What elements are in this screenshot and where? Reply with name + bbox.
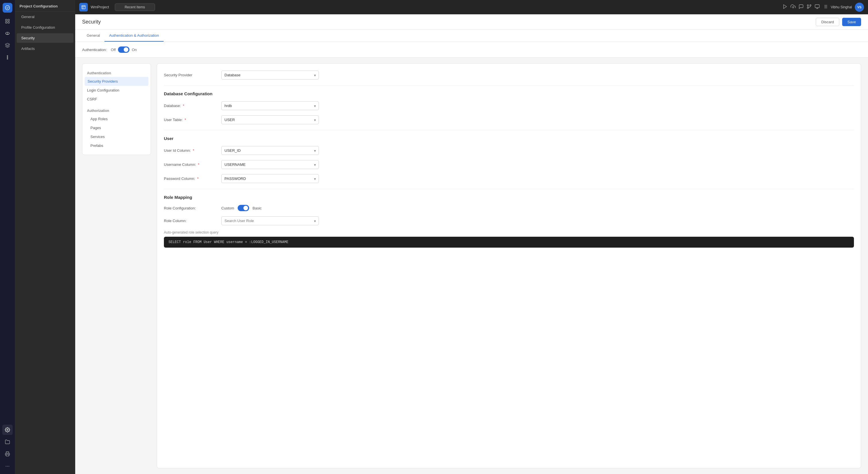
nav-item-security-providers[interactable]: Security Providers: [85, 77, 148, 86]
divider-1: [164, 85, 854, 86]
left-nav-panel: Authentication Security Providers Login …: [82, 63, 151, 155]
svg-point-9: [7, 59, 8, 59]
comment-icon[interactable]: [799, 4, 804, 10]
svg-point-19: [810, 5, 811, 6]
user-table-label: User Table: *: [164, 118, 221, 122]
printer-icon-btn[interactable]: [2, 449, 12, 459]
header-actions: Discard Save: [816, 18, 861, 26]
svg-point-17: [807, 7, 809, 9]
user-table-row: User Table: * USER EMPLOYEE: [164, 115, 854, 124]
nav-icon-2[interactable]: [2, 28, 12, 38]
more-icon-btn[interactable]: ···: [2, 461, 12, 471]
password-column-row: Password Column: * PASSWORD: [164, 174, 854, 183]
database-select[interactable]: hrdb default: [221, 101, 319, 110]
top-bar: WmProject Recent Items Vibhu Singhal: [75, 0, 868, 14]
content-header: Security Discard Save: [75, 14, 868, 30]
sidebar-header: Project Configuration: [15, 0, 75, 11]
svg-point-12: [7, 429, 8, 431]
divider-2: [164, 130, 854, 130]
divider-3: [164, 189, 854, 189]
icon-bar: ···: [0, 0, 15, 474]
database-label: Database: *: [164, 103, 221, 108]
svg-point-7: [7, 55, 8, 56]
user-table-required: *: [184, 118, 186, 122]
security-provider-select[interactable]: Database LDAP OAuth SAML: [221, 71, 319, 80]
tabs-row: General Authentication & Authorization: [75, 30, 868, 42]
auth-section-label: Authentication: [82, 69, 151, 77]
nav-icon-1[interactable]: [2, 16, 12, 26]
cloud-upload-icon[interactable]: [790, 4, 796, 10]
nav-icon-3[interactable]: [2, 40, 12, 51]
user-id-column-select[interactable]: USER_ID ID: [221, 146, 319, 155]
database-required: *: [182, 103, 184, 108]
password-required: *: [196, 177, 198, 181]
user-id-required: *: [192, 148, 194, 153]
split-content: Authentication Security Providers Login …: [75, 58, 868, 474]
security-provider-select-wrapper: Database LDAP OAuth SAML: [221, 71, 319, 80]
role-config-toggle[interactable]: [238, 205, 249, 211]
content-area: Security Discard Save General Authentica…: [75, 14, 868, 474]
user-table-select-wrapper: USER EMPLOYEE: [221, 115, 319, 124]
role-column-search-input[interactable]: [221, 216, 319, 225]
nav-item-login-configuration[interactable]: Login Configuration: [82, 86, 151, 95]
tab-general[interactable]: General: [82, 30, 104, 41]
recent-items-button[interactable]: Recent Items: [115, 3, 155, 11]
screen-icon[interactable]: [815, 4, 820, 10]
nav-item-csrf[interactable]: CSRF: [82, 95, 151, 103]
tab-auth[interactable]: Authentication & Authorization: [104, 30, 163, 41]
sidebar-item-general[interactable]: General: [17, 12, 73, 22]
role-basic-label: Basic: [253, 206, 262, 210]
nav-item-prefabs[interactable]: Prefabs: [82, 141, 151, 150]
nav-icon-4[interactable]: [2, 52, 12, 63]
username-required: *: [197, 162, 199, 167]
role-config-label: Role Configuration:: [164, 206, 221, 210]
auth-off-label: Off: [111, 48, 116, 52]
role-column-row: Role Column:: [164, 216, 854, 225]
user-avatar[interactable]: VS: [855, 3, 864, 12]
role-mapping-title: Role Mapping: [164, 195, 854, 200]
auth-toggle[interactable]: [118, 46, 129, 53]
svg-marker-15: [784, 5, 787, 9]
code-query: SELECT role FROM User WHERE username = :…: [164, 237, 854, 248]
user-name: Vibhu Singhal: [831, 5, 852, 9]
sidebar: Project Configuration General Profile Co…: [15, 0, 75, 474]
auto-gen-label: Auto-generated role selection query: [164, 230, 854, 234]
user-table-select[interactable]: USER EMPLOYEE: [221, 115, 319, 124]
user-section-title: User: [164, 136, 854, 141]
auth-row: Authentication: Off On: [75, 42, 868, 58]
db-config-title: Database Configuration: [164, 91, 854, 96]
svg-rect-2: [8, 19, 9, 21]
nav-item-services[interactable]: Services: [82, 132, 151, 141]
svg-point-8: [7, 57, 8, 58]
discard-button[interactable]: Discard: [816, 18, 839, 26]
role-column-search-wrapper: [221, 216, 319, 225]
save-button[interactable]: Save: [842, 18, 861, 26]
sidebar-item-profile[interactable]: Profile Configuration: [17, 23, 73, 32]
svg-point-0: [5, 6, 10, 10]
play-icon[interactable]: [782, 4, 787, 10]
user-id-column-label: User Id Column: *: [164, 148, 221, 153]
nav-item-pages[interactable]: Pages: [82, 123, 151, 132]
settings-icon-btn[interactable]: [2, 425, 12, 435]
username-column-select[interactable]: USERNAME EMAIL: [221, 160, 319, 169]
top-bar-actions: Vibhu Singhal VS: [782, 3, 864, 12]
folder-icon-btn[interactable]: [2, 437, 12, 447]
fork-icon[interactable]: [807, 4, 812, 10]
list-icon[interactable]: [823, 4, 828, 10]
password-column-select[interactable]: PASSWORD: [221, 174, 319, 183]
username-column-label: Username Column: *: [164, 162, 221, 167]
app-logo[interactable]: [3, 3, 12, 12]
username-column-row: Username Column: * USERNAME EMAIL: [164, 160, 854, 169]
svg-rect-14: [82, 5, 85, 9]
nav-item-app-roles[interactable]: App Roles: [82, 115, 151, 123]
page-title: Security: [82, 19, 101, 25]
security-provider-label: Security Provider: [164, 73, 221, 77]
user-id-column-select-wrapper: USER_ID ID: [221, 146, 319, 155]
database-select-wrapper: hrdb default: [221, 101, 319, 110]
user-id-column-row: User Id Column: * USER_ID ID: [164, 146, 854, 155]
sidebar-item-artifacts[interactable]: Artifacts: [17, 44, 73, 53]
app-name: WmProject: [91, 5, 109, 9]
sidebar-item-security[interactable]: Security: [17, 33, 73, 43]
auth-on-label: On: [132, 48, 136, 52]
role-toggle-row: Custom Basic: [221, 205, 262, 211]
